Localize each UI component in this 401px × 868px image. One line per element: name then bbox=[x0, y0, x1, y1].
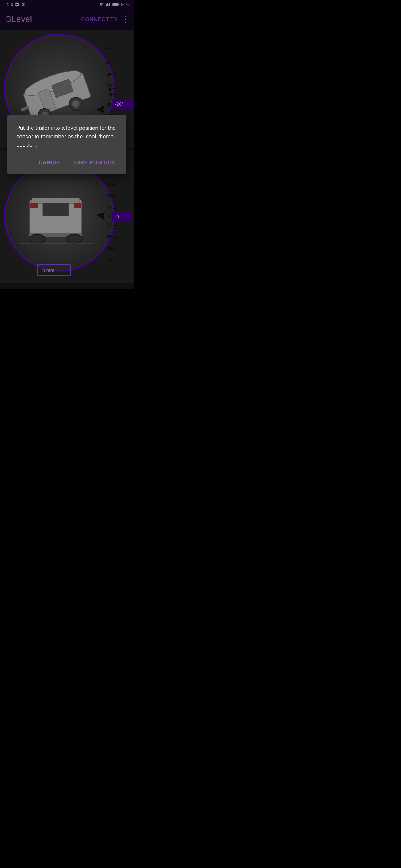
dialog-overlay: Put the trailer into a level position fo… bbox=[0, 0, 134, 289]
dialog: Put the trailer into a level position fo… bbox=[7, 115, 126, 174]
cancel-button[interactable]: CANCEL bbox=[34, 157, 66, 168]
dialog-actions: CANCEL SAVE POSITION bbox=[16, 157, 120, 168]
save-position-button[interactable]: SAVE POSITION bbox=[69, 157, 120, 168]
screen: 1:39 96% bbox=[0, 0, 134, 289]
dialog-text: Put the trailer into a level position fo… bbox=[16, 124, 120, 149]
